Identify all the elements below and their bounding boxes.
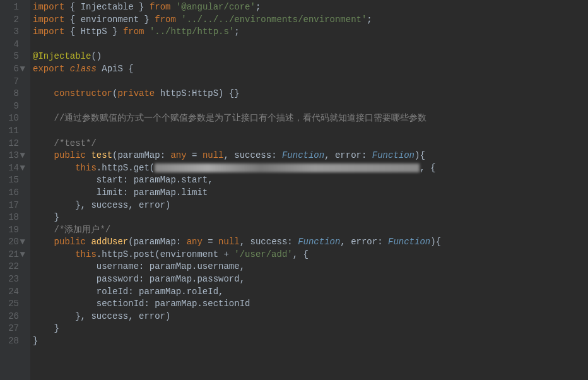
code-line[interactable]: } (30, 323, 588, 335)
code-line[interactable]: constructor(private httpS:HttpS) {} (30, 88, 588, 100)
code-line[interactable]: } (30, 211, 588, 224)
line-number-gutter: 123456▼78910111213▼14▼151617181920▼21▼22… (0, 0, 30, 380)
line-number-text: 15 (8, 175, 19, 185)
code-token: //通过参数赋值的方式一个个赋值参数是为了让接口有个描述，看代码就知道接口需要哪… (54, 113, 427, 123)
code-line[interactable]: export class ApiS { (30, 63, 588, 76)
code-line[interactable]: /*添加用户*/ (30, 224, 588, 237)
line-number: 9 (8, 100, 25, 113)
line-number: 5 (8, 50, 25, 63)
code-token: any (170, 150, 186, 160)
code-line[interactable]: @Injectable() (30, 50, 588, 63)
redacted-content (155, 163, 420, 172)
code-token (33, 88, 54, 98)
line-number-text: 21 (8, 249, 19, 259)
code-token: { (64, 15, 80, 25)
code-token: } (134, 2, 150, 12)
code-token: this (75, 249, 97, 259)
code-line[interactable] (30, 39, 588, 51)
code-token (33, 249, 75, 259)
code-line[interactable]: public addUser(paramMap: any = null, suc… (30, 236, 588, 249)
code-token (33, 138, 54, 148)
code-line[interactable]: import { environment } from '../../../en… (30, 14, 588, 27)
code-token: () (91, 51, 102, 61)
line-number-text: 28 (8, 336, 19, 346)
code-editor: 123456▼78910111213▼14▼151617181920▼21▼22… (0, 0, 588, 380)
code-token: Function (298, 237, 340, 247)
code-token: sectionId: paramMap.sectionId (33, 299, 250, 309)
code-token: addUser (91, 237, 128, 247)
code-token: ){ (415, 150, 425, 160)
code-token: , success: (240, 237, 298, 247)
fold-marker[interactable]: ▼ (19, 150, 25, 162)
code-line[interactable] (30, 125, 588, 138)
line-number-text: 16 (8, 187, 19, 198)
code-line[interactable]: sectionId: paramMap.sectionId (30, 298, 588, 311)
code-token: , error: (324, 150, 372, 160)
code-token: class (70, 64, 97, 74)
code-line[interactable]: start: paramMap.start, (30, 174, 588, 187)
code-line[interactable]: //通过参数赋值的方式一个个赋值参数是为了让接口有个描述，看代码就知道接口需要哪… (30, 112, 588, 125)
code-token: ; (234, 27, 239, 37)
line-number: 8 (8, 88, 25, 100)
code-token: = (203, 237, 218, 247)
fold-marker[interactable]: ▼ (19, 63, 25, 76)
line-number-text: 9 (14, 101, 19, 111)
code-token: .httpS.get( (97, 163, 155, 173)
code-token: constructor (54, 88, 112, 98)
code-line[interactable]: roleId: paramMap.roleId, (30, 286, 588, 299)
line-number-text: 18 (8, 212, 19, 222)
code-line[interactable]: username: paramMap.username, (30, 261, 588, 273)
line-number: 20▼ (8, 236, 25, 249)
line-number-text: 3 (14, 27, 19, 37)
code-line[interactable]: public test(paramMap: any = null, succes… (30, 150, 588, 162)
code-token (33, 150, 54, 160)
fold-marker[interactable]: ▼ (19, 249, 25, 261)
line-number-text: 19 (8, 225, 19, 235)
code-token: { (64, 2, 80, 12)
code-token: ){ (430, 237, 441, 247)
line-number: 7 (8, 76, 25, 88)
line-number: 11 (8, 125, 25, 138)
code-token: public (54, 150, 86, 160)
code-line[interactable]: } (30, 335, 588, 348)
line-number-text: 4 (14, 39, 19, 49)
code-line[interactable]: import { HttpS } from '../http/http.s'; (30, 26, 588, 39)
code-line[interactable]: this.httpS.get(, { (30, 162, 588, 175)
code-token: '../../../environments/environment' (181, 15, 367, 25)
code-line[interactable] (30, 100, 588, 113)
code-token: } (33, 336, 38, 346)
code-token: , success: (224, 150, 282, 160)
code-line[interactable]: this.httpS.post(environment + '/user/add… (30, 249, 588, 261)
code-line[interactable]: limit: paramMap.limit (30, 187, 588, 199)
code-token: '/user/add' (234, 249, 292, 259)
code-token: test (91, 150, 112, 160)
code-line[interactable] (30, 76, 588, 88)
line-number-text: 24 (8, 287, 19, 297)
line-number: 26 (8, 311, 25, 323)
line-number-text: 20 (8, 237, 19, 247)
code-token: (paramMap: (112, 150, 170, 160)
code-token: .httpS.post(environment (97, 249, 224, 259)
line-number: 22 (8, 261, 25, 273)
fold-marker[interactable]: ▼ (19, 162, 25, 175)
code-token: username: paramMap.username, (33, 261, 245, 271)
code-line[interactable]: import { Injectable } from '@angular/cor… (30, 1, 588, 14)
line-number: 28 (8, 335, 25, 348)
line-number-text: 14 (8, 163, 19, 173)
line-number: 12 (8, 138, 25, 150)
code-token: roleId: paramMap.roleId, (33, 287, 223, 297)
code-line[interactable]: }, success, error) (30, 199, 588, 212)
code-token (33, 163, 75, 173)
code-token: /*添加用户*/ (54, 225, 111, 235)
fold-marker[interactable]: ▼ (19, 236, 25, 249)
code-token: , { (293, 249, 309, 259)
code-token: limit: paramMap.limit (33, 187, 208, 198)
code-token (64, 64, 69, 74)
line-number-text: 23 (8, 274, 19, 284)
code-line[interactable]: /*test*/ (30, 138, 588, 150)
code-line[interactable]: }, success, error) (30, 311, 588, 323)
line-number-text: 1 (14, 2, 19, 12)
code-line[interactable]: password: paramMap.password, (30, 273, 588, 286)
code-area[interactable]: import { Injectable } from '@angular/cor… (30, 0, 588, 380)
code-token: import (33, 2, 64, 12)
